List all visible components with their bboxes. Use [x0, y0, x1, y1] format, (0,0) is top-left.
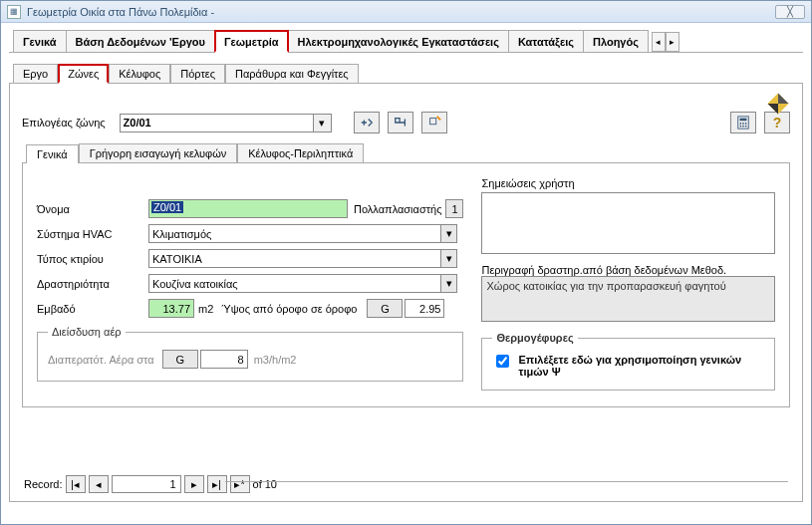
- app-icon: ▦: [7, 5, 21, 19]
- inner-tab-summary[interactable]: Κέλυφος-Περιληπτικά: [237, 143, 364, 162]
- calculator-button[interactable]: [730, 112, 756, 133]
- record-track: [225, 481, 788, 485]
- close-button[interactable]: ╳: [775, 5, 805, 19]
- sub-tab-project[interactable]: Εργο: [13, 64, 58, 83]
- inner-tab-general[interactable]: Γενικά: [26, 144, 79, 163]
- tab-scroll-right[interactable]: ▸: [666, 32, 679, 52]
- logo-icon: [764, 90, 792, 118]
- svg-point-10: [742, 126, 744, 128]
- zone-selector-dropdown[interactable]: ▾: [314, 114, 332, 132]
- area-label: Εμβαδό: [37, 303, 148, 315]
- bridges-check-label: Επιλέξετε εδώ για χρησιμοποίηση γενικών …: [518, 354, 764, 378]
- main-tab-bar: Γενικά Βάση Δεδομένων 'Εργου Γεωμετρία Η…: [9, 29, 803, 53]
- infiltration-label: Διαπερατότ. Αέρα στα: [48, 354, 154, 366]
- window-title: Γεωμετρία Οικία στα Πάνω Πολεμίδια -: [27, 6, 214, 18]
- record-next[interactable]: ▸: [184, 475, 204, 493]
- main-tab-ratings[interactable]: Κατατάξεις: [508, 30, 584, 52]
- svg-rect-5: [740, 119, 747, 122]
- zone-copy-button[interactable]: [388, 112, 413, 133]
- record-first[interactable]: |◂: [66, 475, 86, 493]
- zone-selector-combo[interactable]: ▾: [120, 114, 332, 132]
- main-tab-wizard[interactable]: Πλοηγός: [583, 30, 649, 52]
- main-tab-geometry[interactable]: Γεωμετρία: [214, 30, 289, 53]
- bridges-group: Θερμογέφυρες Επιλέξετε εδώ για χρησιμοπο…: [481, 332, 775, 391]
- infiltration-input[interactable]: [200, 350, 248, 369]
- sub-tab-zones[interactable]: Ζώνες: [58, 64, 109, 84]
- btype-label: Τύπος κτιρίου: [37, 253, 148, 265]
- record-label: Record:: [24, 478, 63, 490]
- sub-tab-windows[interactable]: Παράθυρα και Φεγγίτες: [225, 64, 359, 83]
- notes-label: Σημειώσεις χρήστη: [481, 177, 775, 189]
- bridges-checkbox[interactable]: [496, 355, 509, 368]
- record-last[interactable]: ▸|: [207, 475, 227, 493]
- svg-point-7: [742, 123, 744, 125]
- hvac-label: Σύστημα HVAC: [37, 228, 148, 240]
- title-bar: ▦ Γεωμετρία Οικία στα Πάνω Πολεμίδια - ╳: [1, 1, 811, 23]
- sub-tab-doors[interactable]: Πόρτες: [170, 64, 225, 83]
- svg-marker-1: [778, 94, 789, 105]
- desc-box: Χώρος κατοικίας για την προπαρασκευή φαγ…: [481, 276, 775, 322]
- activity-label: Δραστηριότητα: [37, 278, 148, 290]
- bridges-legend: Θερμογέφυρες: [492, 332, 577, 344]
- height-label: Ύψος από όροφο σε όροφο: [221, 303, 357, 315]
- zone-selector-label: Επιλογέας ζώνης: [22, 117, 106, 129]
- infiltration-flag[interactable]: [162, 350, 198, 369]
- svg-point-9: [740, 126, 742, 128]
- zone-add-button[interactable]: [354, 112, 380, 133]
- area-input[interactable]: [148, 299, 194, 318]
- record-current[interactable]: [112, 475, 181, 493]
- height-flag[interactable]: [367, 299, 403, 318]
- multiplier-input[interactable]: [445, 199, 463, 218]
- svg-point-6: [740, 123, 742, 125]
- tab-scroll: ◂ ▸: [652, 32, 679, 52]
- desc-label: Περιγραφή δραστηρ.από βάση δεδομένων Μεθ…: [481, 264, 775, 276]
- form-panel: Όνομα Z0/01 Πολλαπλασιαστής Σύστημα HVAC…: [22, 163, 790, 407]
- name-label: Όνομα: [37, 203, 148, 215]
- window-frame: ▦ Γεωμετρία Οικία στα Πάνω Πολεμίδια - ╳…: [0, 0, 812, 525]
- zone-delete-button[interactable]: [421, 112, 447, 133]
- tab-body: Επιλογέας ζώνης ▾ ? Γενικά Γρήγορη εισαγ…: [9, 84, 803, 502]
- record-prev[interactable]: ◂: [89, 475, 109, 493]
- hvac-select[interactable]: [148, 224, 457, 243]
- sub-tab-bar: Εργο Ζώνες Κέλυφος Πόρτες Παράθυρα και Φ…: [9, 63, 803, 84]
- multiplier-label: Πολλαπλασιαστής: [354, 203, 441, 215]
- svg-marker-2: [768, 104, 779, 115]
- infiltration-group: Διείσδυση αέρ Διαπερατότ. Αέρα στα m3/h/…: [37, 326, 463, 382]
- inner-tab-quick[interactable]: Γρήγορη εισαγωγή κελυφών: [79, 143, 238, 162]
- activity-select[interactable]: [148, 274, 457, 293]
- main-tab-general[interactable]: Γενικά: [13, 30, 67, 52]
- svg-rect-3: [429, 119, 435, 125]
- svg-point-8: [745, 123, 747, 125]
- main-tab-project-db[interactable]: Βάση Δεδομένων 'Εργου: [66, 30, 215, 52]
- main-tab-mech[interactable]: Ηλεκτρομηχανολογικές Εγκαταστάσεις: [288, 30, 509, 52]
- btype-select[interactable]: [148, 249, 457, 268]
- name-value: Z0/01: [151, 201, 183, 213]
- notes-input[interactable]: [481, 192, 775, 254]
- sub-tab-envelope[interactable]: Κέλυφος: [109, 64, 170, 83]
- zone-selector-input[interactable]: [120, 114, 314, 132]
- zone-selector-row: Επιλογέας ζώνης ▾ ?: [22, 112, 790, 133]
- infiltration-unit: m3/h/m2: [254, 354, 297, 366]
- height-input[interactable]: [405, 299, 444, 318]
- area-unit: m2: [198, 303, 213, 315]
- infiltration-legend: Διείσδυση αέρ: [48, 326, 126, 338]
- bridges-check-row[interactable]: Επιλέξετε εδώ για χρησιμοποίηση γενικών …: [492, 354, 764, 378]
- inner-tab-bar: Γενικά Γρήγορη εισαγωγή κελυφών Κέλυφος-…: [22, 143, 790, 163]
- tab-scroll-left[interactable]: ◂: [652, 32, 666, 52]
- svg-point-11: [745, 126, 747, 128]
